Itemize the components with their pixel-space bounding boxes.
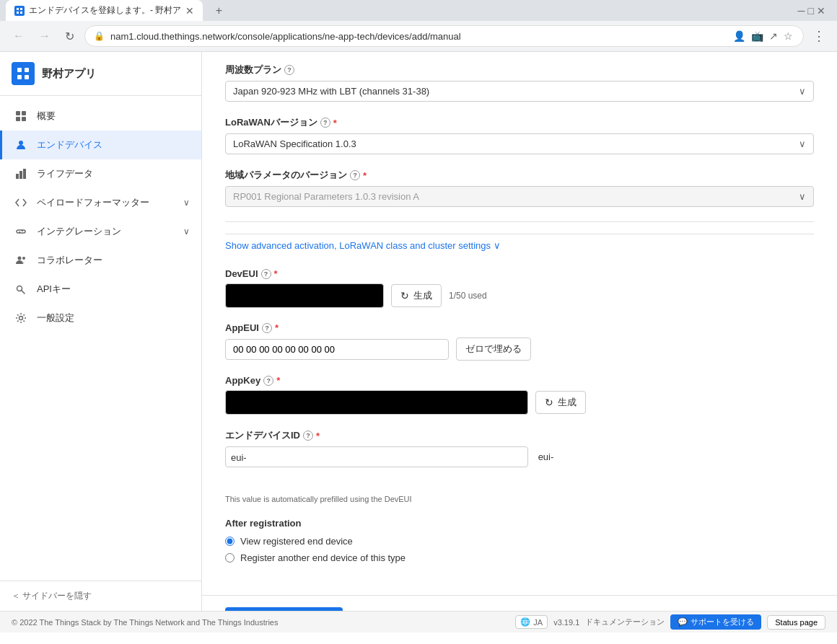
appeui-input[interactable]: [225, 339, 449, 360]
device-id-label: エンドデバイスID ? *: [225, 429, 814, 442]
svg-rect-7: [25, 75, 29, 79]
sidebar-item-integrations[interactable]: インテグレーション ∨: [0, 217, 201, 246]
sidebar-item-end-devices-label: エンドデバイス: [37, 138, 102, 151]
radio-register-input[interactable]: [225, 553, 235, 563]
advanced-settings-link[interactable]: Show advanced activation, LoRaWAN class …: [225, 234, 814, 257]
sidebar-item-settings[interactable]: 一般設定: [0, 304, 201, 332]
window-restore-btn[interactable]: □: [808, 5, 814, 17]
footer-docs-link[interactable]: ドキュメンテーション: [585, 617, 665, 627]
url-star-icon[interactable]: ☆: [782, 29, 794, 43]
sidebar-item-payload-label: ペイロードフォーマッター: [37, 196, 149, 209]
app-container: 野村アプリ 概要: [0, 52, 837, 611]
after-registration-group: After registration View registered end d…: [225, 518, 814, 563]
browser-menu-button[interactable]: ⋮: [810, 25, 828, 47]
sidebar-toggle-btn[interactable]: ＜ サイドバーを隠す: [0, 581, 201, 611]
appeui-input-row: ゼロで埋める: [225, 338, 814, 361]
active-tab[interactable]: エンドデバイスを登録します。- 野村ア ✕: [6, 0, 203, 21]
register-end-device-button[interactable]: Register end device: [225, 607, 343, 611]
deveui-help-icon[interactable]: ?: [261, 269, 271, 279]
advanced-link-divider: [225, 221, 814, 222]
svg-rect-8: [16, 111, 20, 115]
appkey-generate-button[interactable]: ↻ 生成: [535, 391, 586, 414]
deveui-input[interactable]: [225, 283, 384, 308]
deveui-generate-button[interactable]: ↻ 生成: [391, 284, 442, 307]
people-icon: [14, 253, 28, 268]
radio-view-input[interactable]: [225, 537, 235, 546]
sidebar-item-overview[interactable]: 概要: [0, 102, 201, 131]
refresh-button[interactable]: ↻: [61, 27, 79, 46]
appkey-input-row: ↻ 生成: [225, 390, 814, 415]
url-share-icon[interactable]: ↗: [768, 29, 779, 43]
register-btn-area: Register end device: [202, 595, 837, 611]
deveui-required-star: *: [274, 268, 278, 279]
svg-point-12: [19, 141, 23, 145]
window-minimize-btn[interactable]: ─: [798, 5, 805, 17]
svg-rect-2: [17, 12, 19, 14]
sidebar-item-payload-formatter[interactable]: ペイロードフォーマッター ∨: [0, 188, 201, 217]
gear-icon: [14, 311, 28, 325]
forward-button[interactable]: →: [35, 27, 55, 45]
sidebar-item-end-devices[interactable]: エンドデバイス: [0, 131, 201, 159]
svg-rect-6: [17, 75, 22, 79]
freq-plan-help-icon[interactable]: ?: [284, 65, 294, 75]
radio-view-device[interactable]: View registered end device: [225, 536, 814, 547]
footer-language-selector[interactable]: 🌐 JA: [515, 615, 548, 629]
svg-rect-0: [17, 8, 19, 10]
support-icon: 💬: [678, 617, 688, 627]
lorawan-version-label: LoRaWANバージョン ? *: [225, 116, 814, 129]
appkey-help-icon[interactable]: ?: [263, 376, 273, 386]
svg-point-19: [19, 317, 23, 320]
new-tab-button[interactable]: +: [209, 1, 229, 21]
freq-plan-value: Japan 920-923 MHz with LBT (channels 31-…: [233, 86, 429, 97]
after-registration-label: After registration: [225, 518, 814, 529]
device-id-help-icon[interactable]: ?: [303, 431, 313, 441]
sidebar-item-live-data-label: ライフデータ: [37, 167, 93, 180]
sidebar-item-collaborators[interactable]: コラボレーター: [0, 246, 201, 275]
sidebar-item-live-data[interactable]: ライフデータ: [0, 159, 201, 188]
sidebar-item-integrations-label: インテグレーション: [37, 225, 121, 238]
lorawan-version-select[interactable]: LoRaWAN Specification 1.0.3 ∨: [225, 133, 814, 154]
svg-rect-5: [25, 68, 29, 72]
radio-register-another[interactable]: Register another end device of this type: [225, 552, 814, 563]
grid-icon: [14, 109, 28, 123]
url-profile-icon[interactable]: 👤: [732, 29, 747, 43]
url-icons: 👤 📺 ↗ ☆: [732, 29, 794, 43]
device-id-hint-text: This value is automatically prefilled us…: [225, 495, 814, 503]
freq-plan-select[interactable]: Japan 920-923 MHz with LBT (channels 31-…: [225, 81, 814, 102]
appkey-input[interactable]: [225, 390, 528, 415]
url-bar[interactable]: 🔒 nam1.cloud.thethings.network/console/a…: [84, 25, 804, 47]
tab-favicon: [14, 6, 25, 16]
footer-status-button[interactable]: Status page: [767, 615, 825, 630]
sidebar-toggle-label: ＜ サイドバーを隠す: [12, 590, 92, 602]
back-button[interactable]: ←: [9, 27, 29, 45]
tab-close-btn[interactable]: ✕: [185, 5, 194, 17]
appkey-group: AppKey ? * ↻ 生成: [225, 375, 814, 415]
sidebar-item-api-keys[interactable]: APIキー: [0, 275, 201, 304]
svg-point-16: [18, 257, 22, 260]
device-id-input[interactable]: [225, 446, 528, 467]
refresh-icon: ↻: [400, 290, 409, 301]
end-devices-icon: [14, 138, 28, 152]
deveui-input-row: ↻ 生成 1/50 used: [225, 283, 814, 308]
code-icon: [14, 195, 28, 210]
url-cast-icon[interactable]: 📺: [750, 29, 765, 43]
svg-rect-4: [17, 68, 22, 72]
region-params-group: 地域パラメータのバージョン ? * RP001 Regional Paramet…: [225, 169, 814, 207]
radio-view-label: View registered end device: [240, 536, 353, 547]
lorawan-help-icon[interactable]: ?: [320, 118, 330, 128]
region-params-help-icon[interactable]: ?: [350, 170, 360, 180]
appeui-label: AppEUI ? *: [225, 322, 814, 333]
lock-icon: 🔒: [94, 31, 105, 41]
deveui-group: DevEUI ? * ↻ 生成 1/50 used: [225, 268, 814, 308]
app-name: 野村アプリ: [42, 67, 96, 81]
footer-support-button[interactable]: 💬 サポートを受ける: [670, 614, 761, 630]
fill-zero-button[interactable]: ゼロで埋める: [456, 338, 531, 361]
svg-point-17: [22, 257, 25, 260]
sidebar-logo: 野村アプリ: [0, 52, 201, 96]
appeui-help-icon[interactable]: ?: [262, 323, 272, 333]
window-close-btn[interactable]: ✕: [817, 5, 825, 17]
sidebar-item-overview-label: 概要: [37, 110, 56, 123]
advanced-link-arrow-icon: ∨: [494, 240, 501, 251]
svg-rect-15: [23, 169, 26, 179]
svg-rect-14: [19, 171, 22, 179]
